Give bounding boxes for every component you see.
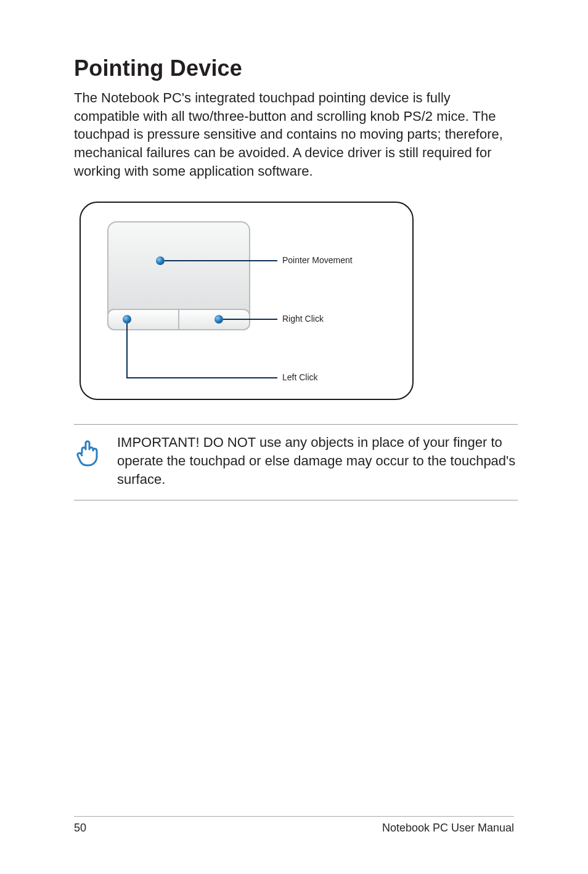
page-number: 50: [74, 822, 86, 835]
touchpad-diagram: Pointer Movement Right Click Left Click: [74, 196, 514, 408]
hand-icon: [74, 433, 104, 467]
diagram-label-right-click: Right Click: [282, 314, 324, 324]
document-page: Pointing Device The Notebook PC's integr…: [0, 0, 588, 874]
svg-point-4: [156, 256, 165, 265]
page-title: Pointing Device: [74, 55, 514, 81]
svg-point-6: [123, 315, 131, 324]
page-footer: 50 Notebook PC User Manual: [0, 816, 588, 835]
diagram-label-left-click: Left Click: [282, 372, 319, 382]
intro-paragraph: The Notebook PC's integrated touchpad po…: [74, 89, 514, 180]
manual-title: Notebook PC User Manual: [382, 822, 514, 835]
important-note-text: IMPORTANT! DO NOT use any objects in pla…: [117, 433, 518, 488]
svg-point-5: [214, 315, 223, 324]
diagram-label-pointer-movement: Pointer Movement: [282, 255, 353, 265]
important-note-block: IMPORTANT! DO NOT use any objects in pla…: [74, 424, 518, 500]
